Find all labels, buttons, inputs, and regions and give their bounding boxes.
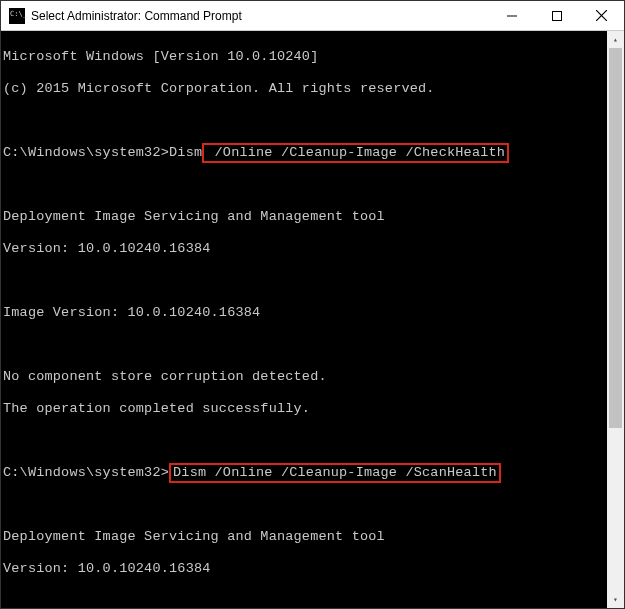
output-line: Microsoft Windows [Version 10.0.10240] [3,49,604,65]
scroll-up-arrow-icon[interactable]: ▴ [607,31,624,48]
output-line: Version: 10.0.10240.16384 [3,561,604,577]
window-controls [489,1,624,30]
output-line: Version: 10.0.10240.16384 [3,241,604,257]
output-line: Image Version: 10.0.10240.16384 [3,305,604,321]
output-line: Deployment Image Servicing and Managemen… [3,529,604,545]
output-line: The operation completed successfully. [3,401,604,417]
vertical-scrollbar[interactable]: ▴ ▾ [607,31,624,608]
minimize-button[interactable] [489,1,534,30]
output-line: Deployment Image Servicing and Managemen… [3,209,604,225]
console-area[interactable]: Microsoft Windows [Version 10.0.10240] (… [1,31,624,608]
highlight-scanhealth: Dism /Online /Cleanup-Image /ScanHealth [169,463,501,483]
cmd-icon [9,8,25,24]
scroll-down-arrow-icon[interactable]: ▾ [607,591,624,608]
output-line: No component store corruption detected. [3,369,604,385]
prompt-line: C:\Windows\system32>Dism /Online /Cleanu… [3,465,604,481]
close-button[interactable] [579,1,624,30]
maximize-button[interactable] [534,1,579,30]
prompt-line: C:\Windows\system32>Dism /Online /Cleanu… [3,145,604,161]
terminal-output: Microsoft Windows [Version 10.0.10240] (… [3,33,622,608]
scrollbar-thumb[interactable] [609,48,622,428]
svg-rect-1 [552,11,561,20]
output-line: (c) 2015 Microsoft Corporation. All righ… [3,81,604,97]
window-title: Select Administrator: Command Prompt [31,9,489,23]
scrollbar-track[interactable] [607,48,624,591]
titlebar[interactable]: Select Administrator: Command Prompt [1,1,624,31]
command-prompt-window: Select Administrator: Command Prompt Mic… [0,0,625,609]
highlight-checkhealth: /Online /Cleanup-Image /CheckHealth [202,143,509,163]
